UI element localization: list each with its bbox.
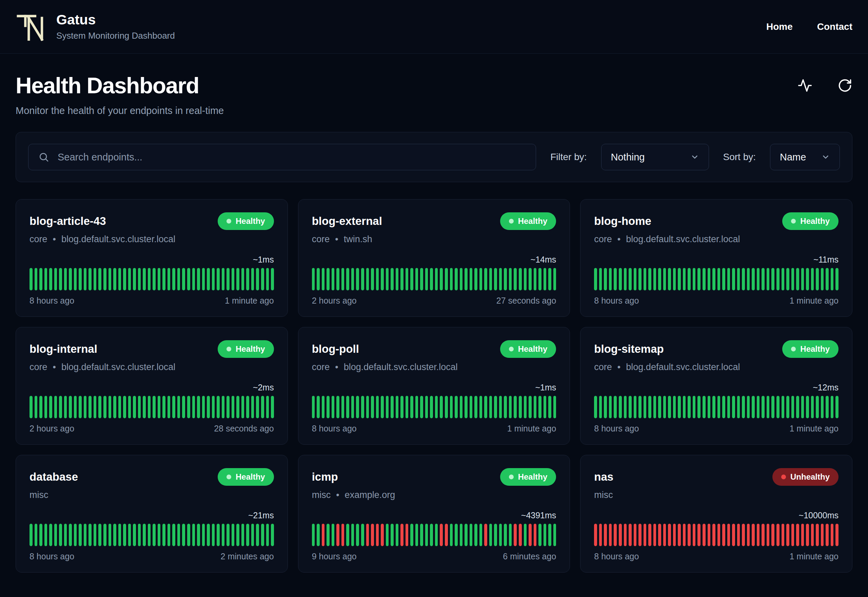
uptime-bar [406,524,409,546]
page-subtitle: Monitor the health of your endpoints in … [16,105,852,116]
uptime-bar [529,396,532,418]
uptime-bar [35,396,38,418]
uptime-bar [59,268,62,290]
uptime-bar [59,396,62,418]
endpoint-meta: misc [594,490,838,500]
uptime-bar [816,396,819,418]
uptime-bar [39,268,42,290]
endpoint-card[interactable]: blog-home Healthy core • blog.default.sv… [580,199,852,317]
uptime-bar [831,524,834,546]
range-start: 8 hours ago [594,296,639,306]
uptime-bar [619,396,622,418]
uptime-bar [455,396,458,418]
range-start: 8 hours ago [30,296,74,306]
uptime-bar [241,524,244,546]
uptime-bar [826,268,829,290]
sort-label: Sort by: [723,151,756,162]
uptime-bar [197,396,200,418]
uptime-bar [445,268,448,290]
endpoint-card[interactable]: icmp Healthy misc • example.org ~4391ms … [298,455,570,573]
uptime-bar [742,524,745,546]
endpoint-card[interactable]: blog-poll Healthy core • blog.default.sv… [298,327,570,445]
endpoint-card[interactable]: blog-sitemap Healthy core • blog.default… [580,327,852,445]
endpoint-card[interactable]: database Healthy misc ~21ms 8 hours ago … [16,455,288,573]
uptime-bar [604,396,607,418]
uptime-bar [771,268,775,290]
uptime-bar [391,524,394,546]
sort-select[interactable]: Name [770,144,840,170]
uptime-bar [326,524,330,546]
uptime-bar [604,268,607,290]
uptime-bar [782,524,785,546]
nav-link-home[interactable]: Home [766,21,793,32]
card-head: blog-home Healthy [594,212,838,230]
uptime-bar [489,268,492,290]
uptime-bar [336,268,339,290]
search-input[interactable] [28,144,536,170]
uptime-bar [553,268,556,290]
range-end: 1 minute ago [789,296,838,306]
activity-icon[interactable] [797,78,812,93]
uptime-bar [79,396,82,418]
uptime-bar [806,524,809,546]
uptime-bar [232,524,235,546]
status-label: Healthy [518,217,548,226]
endpoint-card[interactable]: nas Unhealthy misc ~10000ms 8 hours ago … [580,455,852,573]
uptime-bar [148,268,151,290]
uptime-bar [312,268,315,290]
endpoint-grid: blog-article-43 Healthy core • blog.defa… [16,199,852,573]
endpoint-card[interactable]: blog-external Healthy core • twin.sh ~14… [298,199,570,317]
latency-value: ~11ms [594,255,838,264]
uptime-bar [227,268,230,290]
nav-link-contact[interactable]: Contact [817,21,852,32]
uptime-bar [634,268,637,290]
uptime-bar [74,524,77,546]
uptime-bar [177,396,181,418]
status-badge: Healthy [782,212,838,230]
uptime-bar [266,268,269,290]
uptime-bar [69,524,72,546]
uptime-bar [629,524,632,546]
uptime-bar [801,268,804,290]
uptime-bar [415,524,418,546]
uptime-bar [835,524,838,546]
brand: Gatus System Monitoring Dashboard [16,11,175,42]
gatus-logo-icon [16,11,47,42]
uptime-bars [312,396,556,418]
meta-separator: • [336,490,339,500]
uptime-bar [776,524,779,546]
card-foot: 8 hours ago 1 minute ago [594,296,838,306]
uptime-bar [767,268,770,290]
uptime-bar [653,268,656,290]
uptime-bar [256,268,259,290]
uptime-bar [683,268,686,290]
uptime-bar [227,524,230,546]
uptime-bar [470,268,473,290]
filter-select[interactable]: Nothing [601,144,709,170]
uptime-bar [757,524,760,546]
uptime-bar [266,396,269,418]
uptime-bar [312,396,315,418]
endpoint-name: nas [594,471,613,483]
uptime-bar [326,268,330,290]
uptime-bar [430,396,433,418]
chevron-down-icon [690,153,699,162]
uptime-bar [93,268,97,290]
range-end: 6 minutes ago [503,551,556,561]
endpoint-card[interactable]: blog-article-43 Healthy core • blog.defa… [16,199,288,317]
uptime-bar [251,396,254,418]
chevron-down-icon [821,153,830,162]
uptime-bar [167,268,170,290]
range-end: 1 minute ago [507,424,556,434]
refresh-icon[interactable] [837,78,852,93]
status-label: Healthy [236,217,265,226]
uptime-bar [683,396,686,418]
uptime-bar [624,268,627,290]
uptime-bar [757,268,760,290]
uptime-bar [326,396,330,418]
uptime-bar [217,268,220,290]
uptime-bar [371,524,374,546]
endpoint-card[interactable]: blog-internal Healthy core • blog.defaul… [16,327,288,445]
endpoint-host: blog.default.svc.cluster.local [61,362,175,373]
uptime-bar [261,268,264,290]
